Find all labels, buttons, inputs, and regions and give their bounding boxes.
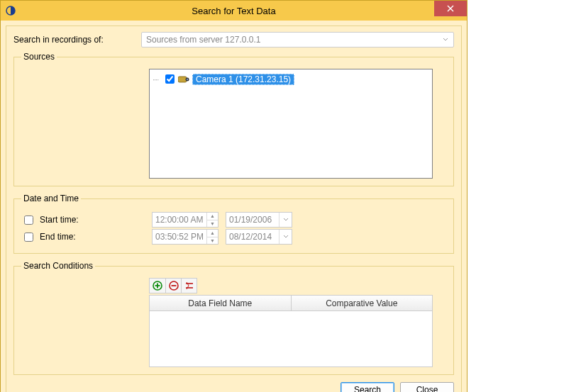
recordings-label: Search in recordings of:: [13, 35, 141, 45]
close-button[interactable]: Close: [400, 382, 454, 392]
spin-up-icon[interactable]: ▲: [207, 230, 218, 237]
start-time-spinner[interactable]: ▲ ▼: [206, 213, 218, 227]
conditions-toolbar: [149, 278, 197, 293]
dialog-content: Search in recordings of: Sources from se…: [1, 21, 467, 392]
add-condition-button[interactable]: [150, 279, 165, 293]
footer: Search Close: [13, 382, 454, 392]
datetime-group: Date and Time Start time: 12:00:00 AM ▲ …: [13, 194, 454, 254]
camera-icon: [178, 75, 191, 84]
datetime-legend: Date and Time: [21, 194, 81, 203]
app-icon: [5, 5, 16, 16]
spin-down-icon[interactable]: ▼: [207, 237, 218, 245]
clear-icon: [184, 281, 194, 291]
end-time-input[interactable]: 03:50:52 PM ▲ ▼: [152, 229, 218, 245]
titlebar[interactable]: Search for Text Data: [1, 1, 467, 21]
chevron-down-icon[interactable]: [279, 230, 292, 244]
sources-tree[interactable]: ···· Camera 1 (172.31.23.15): [149, 69, 433, 179]
spin-up-icon[interactable]: ▲: [207, 213, 218, 220]
chevron-down-icon: [441, 35, 450, 45]
conditions-table[interactable]: Data Field Name Comparative Value: [149, 295, 433, 367]
start-time-value: 12:00:00 AM: [155, 215, 203, 225]
source-checkbox[interactable]: [165, 74, 175, 84]
recordings-selected: Sources from server 127.0.0.1: [146, 35, 260, 45]
dialog-window: Search for Text Data Search in recording…: [0, 0, 467, 392]
start-time-input[interactable]: 12:00:00 AM ▲ ▼: [152, 212, 218, 228]
conditions-group: Search Conditions: [13, 261, 454, 375]
start-time-checkbox[interactable]: [24, 215, 33, 225]
start-time-label: Start time:: [40, 215, 79, 225]
tree-item[interactable]: ···· Camera 1 (172.31.23.15): [153, 72, 429, 86]
spin-down-icon[interactable]: ▼: [207, 220, 218, 228]
source-label[interactable]: Camera 1 (172.31.23.15): [192, 74, 294, 85]
conditions-legend: Search Conditions: [21, 261, 95, 271]
svg-rect-3: [178, 77, 187, 82]
end-time-label: End time:: [40, 232, 76, 242]
remove-condition-button[interactable]: [165, 279, 181, 293]
table-body[interactable]: [150, 311, 432, 366]
start-date-value: 01/19/2006: [229, 215, 272, 225]
recordings-select[interactable]: Sources from server 127.0.0.1: [141, 32, 454, 47]
chevron-down-icon[interactable]: [279, 213, 292, 227]
tree-connector: ····: [153, 75, 161, 84]
search-button[interactable]: Search: [341, 382, 394, 392]
sources-legend: Sources: [21, 52, 57, 62]
column-comparative-value[interactable]: Comparative Value: [292, 296, 433, 311]
clear-conditions-button[interactable]: [181, 279, 197, 293]
end-time-checkbox[interactable]: [24, 233, 33, 242]
end-date-input[interactable]: 08/12/2014: [226, 229, 292, 245]
end-time-spinner[interactable]: ▲ ▼: [206, 230, 218, 244]
plus-icon: [153, 281, 162, 291]
close-icon: [447, 5, 454, 12]
end-date-value: 08/12/2014: [229, 232, 272, 242]
sources-group: Sources ···· Camera 1 (172.31.23.15): [13, 52, 454, 186]
minus-icon: [169, 281, 179, 291]
close-window-button[interactable]: [434, 1, 467, 16]
column-field-name[interactable]: Data Field Name: [150, 296, 292, 311]
svg-point-5: [187, 79, 188, 80]
table-header: Data Field Name Comparative Value: [150, 296, 432, 311]
start-date-input[interactable]: 01/19/2006: [226, 212, 292, 228]
end-time-value: 03:50:52 PM: [155, 232, 204, 242]
window-title: Search for Text Data: [1, 6, 467, 16]
